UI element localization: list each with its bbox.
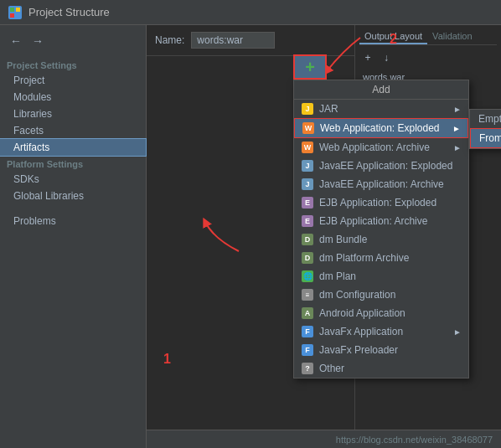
menu-item-dm-platform[interactable]: D dm Platform Archive <box>294 249 468 267</box>
menu-item-ejb-archive[interactable]: E EJB Application: Archive <box>294 212 468 230</box>
web-archive-icon: W <box>301 141 314 154</box>
menu-item-dm-config[interactable]: ≡ dm Configuration <box>294 286 468 304</box>
forward-button[interactable]: → <box>28 32 47 50</box>
app-icon <box>8 6 22 19</box>
title-bar: Project Structure <box>0 0 501 25</box>
empty-label: Empty <box>478 113 501 125</box>
svg-rect-0 <box>10 8 14 12</box>
other-icon: ? <box>301 362 314 375</box>
status-url: https://blog.csdn.net/weixin_38468077 <box>336 435 493 445</box>
from-modules-label: From Modules... <box>479 132 501 144</box>
javaee-exploded-icon: J <box>301 159 314 173</box>
dropdown-header: Add <box>294 80 468 100</box>
ejb-exploded-icon: E <box>301 196 314 209</box>
menu-item-jar[interactable]: J JAR ► <box>294 100 468 118</box>
panel-add-btn[interactable]: + <box>359 49 376 66</box>
jar-arrow: ► <box>453 105 462 114</box>
menu-item-dm-bundle[interactable]: D dm Bundle <box>294 230 468 249</box>
menu-item-dm-plan[interactable]: 🌐 dm Plan <box>294 267 468 286</box>
sidebar-item-project[interactable]: Project <box>0 72 146 89</box>
android-icon: A <box>301 306 314 320</box>
menu-item-other[interactable]: ? Other <box>294 359 468 378</box>
android-label: Android Application <box>319 307 405 319</box>
javaee-exploded-label: JavaEE Application: Exploded <box>319 160 452 172</box>
menu-item-android[interactable]: A Android Application <box>294 304 468 322</box>
svg-rect-3 <box>16 13 20 18</box>
dropdown-menu: Add J JAR ► W Web Application: Exploded … <box>293 80 469 378</box>
dm-bundle-icon: D <box>301 233 314 246</box>
ejb-archive-icon: E <box>301 214 314 228</box>
ejb-archive-label: EJB Application: Archive <box>319 215 427 227</box>
tab-output-layout[interactable]: Output Layout <box>359 29 427 44</box>
name-label: Name: <box>155 34 184 46</box>
dm-plan-icon: 🌐 <box>301 270 314 283</box>
dm-platform-icon: D <box>301 251 314 265</box>
right-panel-tabs: Output Layout Validation <box>359 29 497 45</box>
ejb-exploded-label: EJB Application: Exploded <box>319 197 436 209</box>
sidebar-item-sdks[interactable]: SDKs <box>0 171 146 188</box>
sidebar-item-global-libraries[interactable]: Global Libraries <box>0 188 146 204</box>
jar-icon: J <box>301 102 314 116</box>
panel-move-down-btn[interactable]: ↓ <box>378 49 395 66</box>
dm-plan-label: dm Plan <box>319 270 356 282</box>
javafx-preloader-icon: F <box>301 343 314 357</box>
javafx-icon: F <box>301 325 314 338</box>
right-panel-toolbar: + ↓ <box>359 49 497 66</box>
web-exploded-arrow: ► <box>452 124 461 133</box>
jar-label: JAR <box>319 103 338 115</box>
sidebar: ← → Project Settings Project Modules Lib… <box>0 25 147 448</box>
menu-item-web-exploded[interactable]: W Web Application: Exploded ► <box>294 118 468 138</box>
menu-item-ejb-exploded[interactable]: E EJB Application: Exploded <box>294 193 468 212</box>
dm-config-icon: ≡ <box>301 288 314 301</box>
dm-platform-label: dm Platform Archive <box>319 252 409 264</box>
main-container: ← → Project Settings Project Modules Lib… <box>0 25 501 448</box>
sidebar-item-modules[interactable]: Modules <box>0 89 146 106</box>
sidebar-item-facets[interactable]: Facets <box>0 122 146 139</box>
menu-item-javafx[interactable]: F JavaFx Application ► <box>294 322 468 341</box>
svg-rect-1 <box>16 8 20 12</box>
menu-item-javaee-exploded[interactable]: J JavaEE Application: Exploded <box>294 157 468 175</box>
web-exploded-label: Web Application: Exploded <box>320 122 440 134</box>
arrow-to-artifacts <box>197 205 247 255</box>
other-label: Other <box>319 363 344 374</box>
web-exploded-icon: W <box>302 121 315 135</box>
back-button[interactable]: ← <box>7 32 25 50</box>
sidebar-item-artifacts[interactable]: Artifacts <box>0 139 146 156</box>
menu-item-javafx-preloader[interactable]: F JavaFx Preloader <box>294 341 468 359</box>
platform-settings-label: Platform Settings <box>0 156 146 171</box>
dm-config-label: dm Configuration <box>319 289 395 301</box>
submenu: Empty From Modules... <box>469 109 501 149</box>
dm-bundle-label: dm Bundle <box>319 234 367 245</box>
sidebar-toolbar: ← → <box>0 29 146 53</box>
javafx-label: JavaFx Application <box>319 326 403 337</box>
name-input[interactable] <box>191 32 275 49</box>
add-button-container[interactable]: + <box>293 54 327 80</box>
window-title: Project Structure <box>28 6 110 18</box>
menu-item-javaee-archive[interactable]: J JavaEE Application: Archive <box>294 175 468 193</box>
sidebar-item-libraries[interactable]: Libraries <box>0 106 146 122</box>
web-archive-arrow: ► <box>453 143 462 152</box>
sidebar-item-problems[interactable]: Problems <box>0 213 146 229</box>
content-area: Name: + Add J JAR ► W Web Applic <box>147 25 501 448</box>
javaee-archive-icon: J <box>301 178 314 191</box>
web-archive-label: Web Application: Archive <box>319 142 430 153</box>
submenu-item-empty[interactable]: Empty <box>470 110 501 128</box>
svg-rect-2 <box>10 13 14 18</box>
javaee-archive-label: JavaEE Application: Archive <box>319 178 444 190</box>
status-bar: https://blog.csdn.net/weixin_38468077 <box>147 430 501 448</box>
project-settings-label: Project Settings <box>0 57 146 72</box>
javafx-arrow: ► <box>453 327 462 337</box>
tab-validation[interactable]: Validation <box>427 29 478 44</box>
add-icon: + <box>305 59 315 75</box>
javafx-preloader-label: JavaFx Preloader <box>319 344 398 356</box>
step-1-label: 1 <box>163 352 171 367</box>
menu-item-web-archive[interactable]: W Web Application: Archive ► <box>294 138 468 157</box>
submenu-item-from-modules[interactable]: From Modules... <box>470 128 501 148</box>
